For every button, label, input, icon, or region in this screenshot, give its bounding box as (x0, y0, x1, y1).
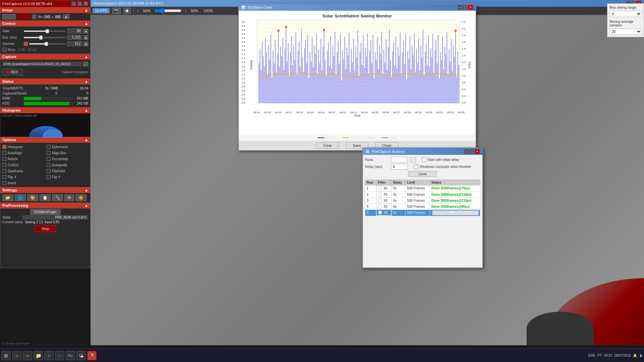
delay-input[interactable] (391, 164, 408, 170)
image-adjust-btn[interactable]: ▲ (63, 14, 69, 19)
max-seeing-select[interactable]: 4 6 8 (609, 11, 642, 17)
start-delay-cb[interactable] (422, 158, 426, 162)
gamma-thumb[interactable] (45, 42, 48, 46)
sssmon-maximize[interactable]: □ (463, 5, 468, 10)
zoom-pct1[interactable]: 50% (190, 8, 200, 13)
sssmon-minimize[interactable]: ─ (458, 5, 462, 10)
bin-val[interactable]: 545 (43, 15, 51, 19)
taskbar-edge[interactable]: e (44, 351, 54, 360)
minimize-btn[interactable]: ─ (71, 1, 76, 6)
plugin-name: SSSMonPlugin (30, 209, 60, 215)
filename-edit-btn[interactable]: ... (83, 62, 88, 66)
gamma-checkbox[interactable]: ✓ (24, 42, 28, 46)
exp-up[interactable]: ▲ (84, 35, 88, 40)
toolbar-btn1[interactable]: 📷 (112, 8, 121, 14)
gamma-up[interactable]: ▲ (84, 42, 88, 46)
opt-focushelp-cb[interactable] (47, 157, 51, 161)
capture-collapse-icon[interactable]: ▲ (85, 55, 88, 59)
opt-autoguide-cb[interactable] (47, 163, 51, 167)
taskbar-explorer[interactable]: 📁 (34, 351, 43, 360)
settings-btn6[interactable]: ⚙ (64, 194, 74, 201)
image-control2[interactable] (17, 14, 31, 19)
collapse-icon[interactable]: ▲ (85, 8, 88, 12)
opt-cutout-cb[interactable] (2, 163, 6, 167)
limit-button[interactable]: Limit (408, 171, 437, 177)
opt-autoalign-cb[interactable] (2, 151, 6, 155)
settings-collapse-icon[interactable]: ▲ (85, 188, 88, 192)
opt-flipy-cb[interactable] (47, 175, 51, 179)
gain-up[interactable]: ▲ (84, 29, 88, 34)
gamma-value[interactable]: 512 (67, 41, 82, 46)
opt-histogram-cb[interactable]: ✓ (2, 145, 6, 149)
rec-button[interactable]: REC (2, 69, 23, 75)
max-seeing-label: Max seeing range (609, 6, 642, 9)
opt-darkframe-cb[interactable] (2, 169, 6, 173)
shutdown-cb[interactable] (414, 165, 418, 169)
more-radio[interactable]: ○ (2, 48, 6, 52)
settings-btn2[interactable]: 🌐 (15, 194, 26, 201)
bin-val2[interactable]: 480 (54, 15, 62, 19)
moving-avg-select[interactable]: 20 10 30 (609, 28, 642, 35)
stop-button[interactable]: Stop (35, 225, 56, 232)
settings-btn4[interactable]: 📋 (40, 194, 51, 201)
settings-btn1[interactable]: 📂 (2, 194, 13, 201)
image-icon[interactable] (32, 14, 37, 19)
opt-alignbox-cb[interactable] (47, 151, 51, 155)
status-collapse-icon[interactable]: ▲ (85, 79, 88, 83)
taskbar-photoshop[interactable]: Ps (66, 351, 75, 360)
toolbar-btn2[interactable]: ⏺ (123, 8, 131, 14)
autorun-minimize[interactable]: ─ (464, 149, 469, 154)
settings-btn7[interactable]: 🔶 (75, 194, 87, 201)
maximize-btn[interactable]: □ (77, 1, 82, 6)
opt-ephemeris-cb[interactable] (47, 145, 51, 149)
filename-row: 0728_Grasshopper3 GS3-U3-28S4M_X5_083315… (2, 61, 88, 67)
runs-input[interactable] (391, 157, 408, 163)
stop-btn-row: Stop (2, 225, 88, 232)
gain-thumb[interactable] (46, 29, 49, 33)
zoom-pct2[interactable]: 100% (202, 8, 214, 13)
taskbar-app[interactable]: 🔭 (87, 351, 97, 360)
legend-seeing-label: Seeing (326, 136, 336, 139)
taskbar-notif[interactable]: 🔔 (633, 354, 637, 357)
exp-value[interactable]: 5.325 (67, 35, 82, 40)
cell-delay: 0s (391, 209, 406, 216)
hdd-val: 242 GB (77, 102, 88, 105)
taskbar-weather[interactable]: 🌤 (76, 351, 86, 360)
zoom-value[interactable]: 50% (142, 8, 152, 13)
capture-section-header: Capture ▲ (0, 54, 90, 60)
autorun-close-btn[interactable]: ✕ (475, 149, 480, 154)
exp-thumb[interactable] (39, 36, 43, 40)
image-control1[interactable] (2, 14, 16, 19)
runs-spin[interactable]: ▲▼ (411, 157, 416, 163)
taskbar-desktop-btn[interactable]: ▮ (639, 354, 643, 357)
settings-btn3[interactable]: 🎨 (27, 194, 38, 201)
close-btn[interactable]: ✕ (84, 1, 88, 6)
histogram-collapse-icon[interactable]: ▲ (85, 108, 88, 112)
options-collapse-icon[interactable]: ▲ (85, 138, 88, 142)
opt-invert-cb[interactable] (2, 181, 6, 185)
table-row: 5 X5 0s 500 Frames 0% (365, 209, 480, 216)
zoom-slider[interactable] (155, 8, 181, 13)
start-btn[interactable]: ⊞ (1, 351, 11, 360)
taskbar-task-view[interactable]: ▫▫ (23, 351, 32, 360)
gain-value[interactable]: 98 (67, 28, 82, 34)
sssmon-legend: Seeing Moving average Input (239, 134, 476, 141)
taskbar-ie[interactable]: e (55, 351, 64, 360)
preprocessing-collapse-icon[interactable]: ▲ (85, 203, 88, 207)
state-value: PRE_RUN run 0 of 5 (22, 215, 88, 220)
gain-slider[interactable] (24, 31, 66, 32)
opt-flatfield-cb[interactable] (47, 169, 51, 173)
opt-reticle-cb[interactable] (2, 157, 6, 161)
clear-button[interactable]: Clear (316, 142, 339, 149)
taskbar-search[interactable]: ○ (12, 351, 21, 360)
gamma-slider[interactable] (29, 43, 66, 45)
fps-display[interactable]: 15 FPS (93, 8, 110, 13)
control-collapse-icon[interactable]: ▲ (85, 21, 88, 25)
settings-btn5[interactable]: 🔧 (52, 194, 63, 201)
autorun-maximize[interactable]: □ (470, 149, 474, 154)
cell-limit: 500 Frames (406, 191, 430, 197)
exp-slider[interactable] (24, 37, 66, 38)
autorun-title: FireCapture Autorun (372, 149, 405, 154)
opt-flipx-cb[interactable] (2, 175, 6, 179)
sssmon-close-btn[interactable]: ✕ (468, 5, 473, 10)
